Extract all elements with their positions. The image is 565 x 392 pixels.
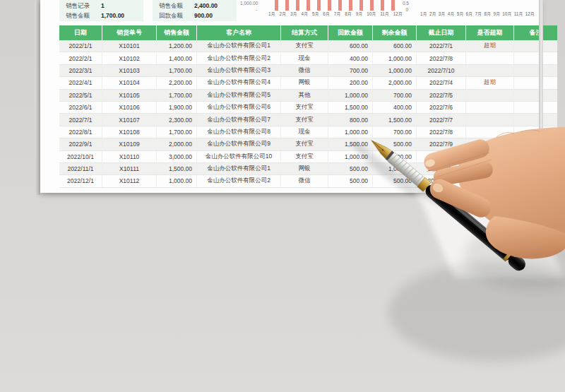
cell[interactable]: 2022/7/1 <box>417 40 466 52</box>
cell[interactable] <box>514 162 558 174</box>
cell[interactable]: X10107 <box>102 114 157 126</box>
cell[interactable]: 2022/7/10 <box>417 150 466 162</box>
cell[interactable] <box>514 126 558 138</box>
column-header[interactable]: 日期 <box>59 25 102 40</box>
cell[interactable]: 2022/7/5 <box>417 89 466 101</box>
cell[interactable]: X10105 <box>102 89 157 101</box>
cell[interactable]: 1,700.00 <box>157 126 197 138</box>
cell[interactable]: 1,700.00 <box>157 64 197 76</box>
cell[interactable]: 金山办公软件有限公司7 <box>197 114 281 126</box>
cell[interactable]: 金山办公软件有限公司8 <box>197 126 281 138</box>
cell[interactable]: 2022/7/12 <box>417 175 466 187</box>
cell[interactable] <box>514 138 558 150</box>
cell[interactable]: 微信 <box>281 175 328 187</box>
cell[interactable] <box>514 150 558 162</box>
cell[interactable]: 2,200.00 <box>157 77 197 89</box>
cell[interactable]: X10104 <box>102 77 157 89</box>
cell[interactable]: 1,000.00 <box>373 64 417 76</box>
cell[interactable]: 网银 <box>281 77 328 89</box>
cell[interactable]: 1,900.00 <box>157 101 197 113</box>
cell[interactable]: 金山办公软件有限公司1 <box>197 162 281 174</box>
cell[interactable]: 500.00 <box>328 162 373 174</box>
cell[interactable]: 2022/4/1 <box>59 77 102 89</box>
cell[interactable]: 1,700.00 <box>157 89 197 101</box>
cell[interactable] <box>514 101 558 113</box>
cell[interactable]: 500.00 <box>373 175 417 187</box>
cell[interactable]: 500.00 <box>373 138 417 150</box>
cell[interactable]: 金山办公软件有限公司10 <box>197 150 281 162</box>
cell[interactable]: 2022/7/8 <box>417 52 466 64</box>
cell[interactable]: X10108 <box>102 126 157 138</box>
cell[interactable]: X10106 <box>102 101 157 113</box>
cell[interactable]: 其他 <box>281 89 328 101</box>
cell[interactable]: 2022/9/1 <box>59 138 102 150</box>
cell[interactable] <box>514 175 558 187</box>
cell[interactable]: 600.00 <box>373 40 417 52</box>
cell[interactable]: 1,500.00 <box>328 138 373 150</box>
cell[interactable]: 400.00 <box>328 52 373 64</box>
cell[interactable]: X10110 <box>102 150 157 162</box>
cell[interactable]: 1,000.00 <box>328 89 373 101</box>
cell[interactable] <box>466 150 514 162</box>
cell[interactable] <box>466 52 514 64</box>
cell[interactable]: 金山办公软件有限公司5 <box>197 89 281 101</box>
cell[interactable]: X10112 <box>102 175 157 187</box>
cell[interactable]: 2022/7/10 <box>417 64 466 76</box>
cell[interactable]: 3,000.00 <box>157 150 197 162</box>
cell[interactable]: 支付宝 <box>281 150 328 162</box>
cell[interactable] <box>514 89 558 101</box>
cell[interactable]: 超期 <box>466 77 514 89</box>
cell[interactable]: 700.00 <box>373 126 417 138</box>
cell[interactable]: 2022/2/1 <box>59 52 102 64</box>
cell[interactable]: 1,000.00 <box>373 52 417 64</box>
cell[interactable] <box>466 64 514 76</box>
cell[interactable]: 2022/12/1 <box>59 175 102 187</box>
cell[interactable]: 1,000.00 <box>328 150 373 162</box>
cell[interactable]: 700.00 <box>328 64 373 76</box>
cell[interactable]: 200.00 <box>328 77 373 89</box>
cell[interactable]: 2022/3/1 <box>59 64 102 76</box>
cell[interactable]: 金山办公软件有限公司2 <box>197 175 281 187</box>
cell[interactable]: 2022/1/1 <box>59 40 102 52</box>
column-header[interactable]: 是否超期 <box>466 25 514 40</box>
cell[interactable]: 微信 <box>281 64 328 76</box>
cell[interactable]: 支付宝 <box>281 114 328 126</box>
column-header[interactable]: 客户名称 <box>197 25 281 40</box>
cell[interactable] <box>514 77 558 89</box>
cell[interactable]: 2022/7/11 <box>417 162 466 174</box>
cell[interactable]: 1,400.00 <box>157 52 197 64</box>
cell[interactable]: 1,000.00 <box>328 126 373 138</box>
cell[interactable]: 2022/7/9 <box>417 138 466 150</box>
cell[interactable]: X10102 <box>102 52 157 64</box>
cell[interactable]: X10101 <box>102 40 157 52</box>
cell[interactable]: 2022/7/7 <box>417 114 466 126</box>
cell[interactable]: X10103 <box>102 64 157 76</box>
cell[interactable]: 2022/7/8 <box>417 126 466 138</box>
column-header[interactable]: 结算方式 <box>281 25 328 40</box>
cell[interactable]: 1,000.00 <box>373 162 417 174</box>
cell[interactable]: 现金 <box>281 126 328 138</box>
column-header[interactable]: 备注 <box>514 25 558 40</box>
cell[interactable]: 800.00 <box>328 114 373 126</box>
cell[interactable]: 600.00 <box>328 40 373 52</box>
cell[interactable]: 支付宝 <box>281 138 328 150</box>
cell[interactable]: 2,000.00 <box>157 138 197 150</box>
cell[interactable]: 超期 <box>466 40 514 52</box>
cell[interactable]: 金山办公软件有限公司2 <box>197 52 281 64</box>
cell[interactable]: 2022/7/6 <box>417 101 466 113</box>
cell[interactable] <box>466 126 514 138</box>
cell[interactable]: 支付宝 <box>281 101 328 113</box>
cell[interactable]: 网银 <box>281 162 328 174</box>
column-header[interactable]: 销货单号 <box>102 25 157 40</box>
cell[interactable]: 700.00 <box>373 89 417 101</box>
column-header[interactable]: 销售金额 <box>157 25 197 40</box>
cell[interactable]: 1,500.00 <box>328 101 373 113</box>
cell[interactable] <box>466 101 514 113</box>
cell[interactable]: 1,200.00 <box>157 40 197 52</box>
cell[interactable]: 金山办公软件有限公司1 <box>197 40 281 52</box>
cell[interactable]: 金山办公软件有限公司4 <box>197 77 281 89</box>
cell[interactable] <box>466 138 514 150</box>
cell[interactable] <box>466 162 514 174</box>
cell[interactable]: 2022/8/1 <box>59 126 102 138</box>
cell[interactable]: 2022/7/1 <box>59 114 102 126</box>
